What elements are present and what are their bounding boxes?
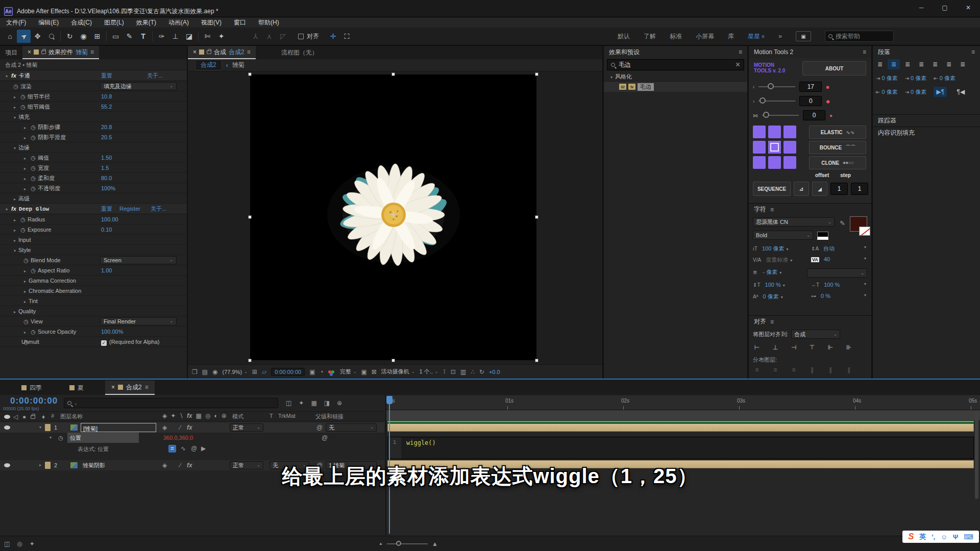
collapse-icon[interactable]: ▾ [3,71,10,82]
ime-emoji-icon[interactable]: ☺ [941,533,947,541]
anchor-grid-cell[interactable] [753,156,766,169]
group-row[interactable]: ▸Gamma Correction [0,276,187,286]
type-tool-icon[interactable]: T [136,30,150,43]
show-channel-icon[interactable] [328,370,331,373]
quality-best-switch[interactable]: ∕ [180,424,181,431]
blend-mode-dropdown[interactable]: 正常⌄ [230,423,263,432]
about-button[interactable]: ABOUT [802,61,866,76]
expand-icon[interactable]: ▸ [11,236,18,246]
maximize-button[interactable]: ▢ [933,0,957,15]
help-search-input[interactable]: 搜索帮助 [825,31,894,42]
switch-shy-icon[interactable]: ◈ [162,413,167,419]
group-row[interactable]: ▸Quality [0,306,187,316]
anchor-grid-cell[interactable] [783,156,796,169]
selection-handle[interactable] [535,215,538,219]
anchor-grid-cell[interactable] [783,126,796,138]
shy-layers-icon[interactable]: ▦ [311,400,316,406]
keyframe-circle-icon[interactable]: ● [829,113,832,118]
time-ruler[interactable]: 0s 01s 02s 03s 04s 05s [386,396,980,410]
keyframe-diamond-icon[interactable]: ◆ [826,98,830,104]
selection-handle[interactable] [248,72,252,76]
expand-inout-icon[interactable]: ✦ [30,541,35,547]
crosshair-icon[interactable]: ✛ [326,30,340,43]
collapse-icon[interactable]: ▾ [11,143,18,154]
channel-icon[interactable]: ◉ [212,369,217,375]
group-row[interactable]: ▸Input [0,235,187,245]
distribute-vcenter-icon[interactable]: ≡ [769,365,781,374]
distribute-right-icon[interactable]: ∥ [843,365,855,374]
roto-brush-tool-icon[interactable]: ✄ [201,30,214,43]
expand-icon[interactable]: ▸ [21,277,29,287]
collapse-icon[interactable]: ▾ [11,113,18,123]
timeline-zoom-slider[interactable] [387,543,428,544]
stroke-color-swatch[interactable] [859,227,870,236]
justify-last-center-icon[interactable]: ≣ [929,59,941,69]
anchor-grid-cell[interactable] [753,141,766,154]
view-dropdown[interactable]: Final Render⌄ [100,317,177,325]
ime-punctuation-toggle[interactable]: ’, [932,533,935,541]
panel-menu-icon[interactable]: ≡ [739,48,742,56]
selection-handle[interactable] [535,359,538,362]
stopwatch-icon[interactable]: ◷ [29,163,38,173]
tab-effect-controls[interactable]: × 效果控件 雏菊 ≡ [22,46,99,59]
slider-value-input[interactable]: 0 [799,96,822,106]
slider[interactable] [758,101,795,102]
reset-link[interactable]: 重置 [101,70,112,81]
switch-frame-blend-icon[interactable]: ▦ [196,413,202,419]
breadcrumb-layer[interactable]: 雏菊 [232,61,244,69]
panel-menu-icon[interactable]: ≡ [247,48,251,56]
step-input[interactable]: 1 [851,183,868,195]
selection-handle[interactable] [391,72,395,76]
draft-3d-icon[interactable]: ✦ [299,400,304,406]
space-before-value[interactable]: 0 像素 [940,75,955,81]
expand-transfer-controls-icon[interactable]: ◎ [17,541,22,547]
lock-icon[interactable] [41,51,46,54]
stopwatch-icon[interactable]: ◷ [56,433,65,443]
expand-icon[interactable]: ▸ [21,164,29,174]
font-family-dropdown[interactable]: 思源黑体 CN⌄ [753,217,835,227]
timeline-button-icon[interactable]: ▥ [460,369,466,375]
viewport[interactable] [188,71,602,364]
fx-switch[interactable]: fx [187,424,192,431]
anchor-center-icon[interactable]: ⋈ [753,113,758,118]
snap-checkbox-icon[interactable] [298,34,304,39]
param-value[interactable]: 10.8 [101,91,112,102]
kerning-value[interactable]: 度量标准 [766,257,788,263]
t-column[interactable]: T [270,413,273,419]
align-top-icon[interactable]: ⊤ [806,343,818,352]
switch-3d-icon[interactable]: ⊕ [222,413,227,419]
panel-menu-icon[interactable]: ≡ [145,384,149,391]
stopwatch-icon[interactable]: ◷ [21,316,31,327]
expression-enable-icon[interactable]: = [168,445,176,453]
category-stylize[interactable]: ▾风格化 [604,71,747,82]
show-snapshot-icon[interactable]: ◔ [320,369,323,375]
distribute-top-icon[interactable]: ≡ [751,365,763,374]
expression-row[interactable]: 表达式: 位置 = ∿ @ ▶ [0,444,384,454]
selection-handle[interactable] [248,215,252,219]
close-tab-icon[interactable]: × [28,48,31,56]
keyframe-square-icon[interactable]: ■ [826,84,829,90]
grid-guides-icon[interactable]: ⊞ [252,369,257,375]
transparency-grid-icon[interactable]: ⊠ [372,369,377,375]
group-row[interactable]: ▸Chromatic Aberration [0,286,187,296]
stopwatch-icon[interactable]: ◷ [29,265,38,276]
anchor-grid-cell-center[interactable] [768,141,781,154]
tab-project[interactable]: 项目 [0,46,22,59]
workspace-learn[interactable]: 了解 [644,32,656,41]
exposure-value[interactable]: +0.0 [489,369,500,375]
align-bottom-icon[interactable]: ⊪ [843,343,855,352]
about-link[interactable]: 关于... [147,70,163,81]
param-value[interactable]: 55.2 [101,102,112,112]
stopwatch-icon[interactable]: ◷ [29,132,38,142]
solo-column-icon[interactable]: ● [22,414,26,420]
param-value[interactable]: 100.00% [101,327,123,337]
home-icon[interactable]: ⌂ [3,30,17,43]
label-column-icon[interactable]: ♦ [42,414,45,420]
stopwatch-icon[interactable]: ◷ [11,81,20,91]
eye-column-icon[interactable] [4,415,10,419]
preview-time-indicator[interactable]: 0:00:00:00 [271,368,305,376]
primary-viewer-icon[interactable]: ▤ [202,369,208,375]
always-preview-icon[interactable]: ❐ [192,369,198,375]
elastic-button[interactable]: ELASTIC∿∿ [809,126,866,139]
view-axis-mode-icon[interactable]: ◸ [276,30,290,43]
